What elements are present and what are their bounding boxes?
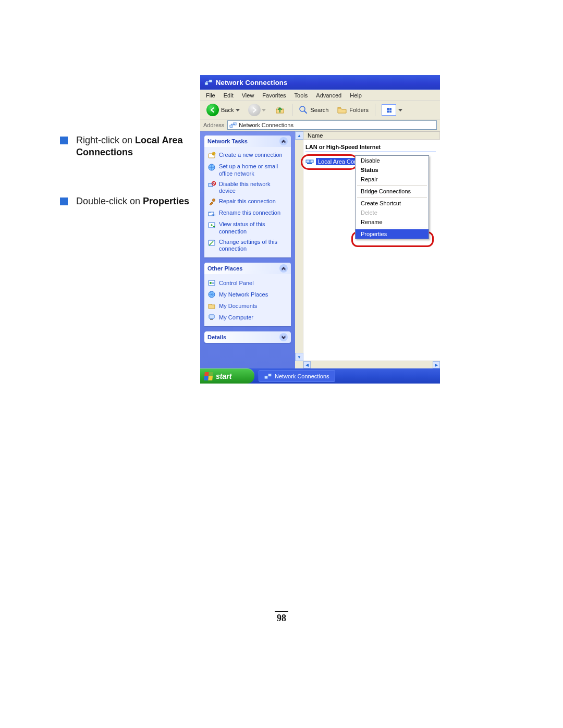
instruction-text: Right-click on Local Area Connections: [76, 134, 195, 159]
place-network-places[interactable]: My Network Places: [207, 289, 288, 300]
svg-rect-20: [212, 282, 214, 282]
control-panel-icon: [207, 279, 216, 287]
start-label: start: [216, 372, 231, 380]
task-label: Change settings of this connection: [219, 239, 288, 253]
menu-edit[interactable]: Edit: [222, 91, 235, 100]
ctx-delete: Delete: [356, 208, 429, 217]
ctx-separator: [357, 228, 427, 228]
task-repair-connection[interactable]: Repair this connection: [207, 196, 288, 208]
svg-rect-28: [265, 376, 267, 378]
scroll-left-icon[interactable]: ◀: [303, 361, 311, 368]
panel-other-places: Other Places Control Panel My Network Pl: [204, 263, 291, 326]
context-menu: Disable Status Repair Bridge Connections…: [355, 155, 429, 239]
ctx-label: Bridge Connections: [361, 188, 411, 194]
place-label: My Computer: [219, 314, 253, 320]
ctx-label: Properties: [361, 231, 387, 237]
new-connection-icon: ★: [207, 152, 216, 160]
menu-file[interactable]: File: [204, 91, 217, 100]
status-icon: [207, 221, 216, 229]
ctx-status[interactable]: Status: [356, 165, 429, 175]
titlebar[interactable]: Network Connections: [200, 75, 440, 90]
ctx-properties[interactable]: Properties: [356, 229, 429, 239]
up-button[interactable]: [271, 103, 289, 117]
place-label: Control Panel: [219, 280, 254, 286]
ctx-rename[interactable]: Rename: [356, 217, 429, 227]
panel-header[interactable]: Other Places: [204, 263, 291, 274]
instruction-list: Right-click on Local Area Connections Do…: [60, 134, 195, 244]
task-rename-connection[interactable]: ab| Rename this connection: [207, 208, 288, 219]
forward-button[interactable]: [245, 103, 269, 117]
scroll-right-icon[interactable]: ▶: [433, 361, 440, 368]
svg-text:ab|: ab|: [212, 213, 215, 216]
place-control-panel[interactable]: Control Panel: [207, 277, 288, 289]
dropdown-icon: [236, 109, 240, 112]
settings-icon: [207, 239, 216, 247]
task-change-settings[interactable]: Change settings of this connection: [207, 237, 288, 255]
task-view-status[interactable]: View status of this connection: [207, 219, 288, 237]
task-setup-network[interactable]: Set up a home or small office network: [207, 162, 288, 179]
menu-view[interactable]: View: [240, 91, 256, 100]
menubar: File Edit View Favorites Tools Advanced …: [200, 90, 440, 101]
disable-icon: [207, 181, 216, 189]
network-icon: [204, 78, 213, 87]
ctx-disable[interactable]: Disable: [356, 156, 429, 165]
menu-help[interactable]: Help: [348, 91, 363, 100]
place-my-computer[interactable]: My Computer: [207, 312, 288, 323]
panel-header[interactable]: Network Tasks: [204, 135, 291, 147]
svg-rect-29: [268, 374, 271, 376]
panel-body: Control Panel My Network Places My Docum…: [204, 274, 291, 326]
scroll-down-icon[interactable]: ▼: [295, 353, 303, 361]
task-label: View status of this connection: [219, 221, 288, 236]
address-value: Network Connections: [239, 122, 293, 128]
panel-network-tasks: Network Tasks ★ Create a new connection …: [204, 135, 291, 257]
footer-rule: [275, 611, 288, 612]
scroll-up-icon[interactable]: ▲: [295, 131, 303, 140]
taskbar: start Network Connections: [200, 368, 440, 384]
start-button[interactable]: start: [200, 368, 254, 384]
folders-icon: [337, 105, 347, 115]
column-header-name[interactable]: Name: [303, 131, 440, 140]
instruction-item: Double-click on Properties: [60, 195, 195, 207]
address-field[interactable]: Network Connections: [227, 120, 437, 130]
menu-tools[interactable]: Tools: [293, 91, 310, 100]
task-disable-device[interactable]: Disable this network device: [207, 179, 288, 197]
panel-body: ★ Create a new connection Set up a home …: [204, 147, 291, 257]
back-button[interactable]: Back: [203, 103, 243, 117]
column-label: Name: [308, 132, 323, 139]
place-label: My Documents: [219, 303, 257, 309]
svg-rect-3: [230, 125, 232, 127]
connection-item[interactable]: Local Area Con: [305, 157, 359, 166]
dropdown-icon: [398, 109, 402, 112]
instruction-pre: Double-click on: [76, 196, 143, 206]
chevron-down-icon: [279, 333, 288, 341]
svg-rect-21: [212, 283, 214, 284]
address-label: Address: [203, 122, 224, 128]
windows-logo-icon: [204, 372, 213, 380]
network-icon: [264, 373, 272, 380]
menu-advanced[interactable]: Advanced: [314, 91, 343, 100]
svg-rect-24: [210, 319, 213, 320]
panel-header[interactable]: Details: [204, 331, 291, 343]
views-button[interactable]: [378, 103, 406, 117]
taskbar-app[interactable]: Network Connections: [259, 370, 335, 382]
search-button[interactable]: Search: [296, 104, 332, 116]
chevron-up-icon: [279, 264, 288, 273]
ctx-create-shortcut[interactable]: Create Shortcut: [356, 199, 429, 208]
vertical-scrollbar[interactable]: ▲ ▼: [295, 131, 303, 368]
ctx-repair[interactable]: Repair: [356, 175, 429, 184]
network-places-icon: [207, 290, 216, 299]
task-create-connection[interactable]: ★ Create a new connection: [207, 150, 288, 162]
svg-rect-23: [209, 315, 214, 318]
window-content: Network Tasks ★ Create a new connection …: [200, 131, 440, 368]
place-label: My Network Places: [219, 291, 268, 298]
instruction-item: Right-click on Local Area Connections: [60, 134, 195, 159]
place-my-documents[interactable]: My Documents: [207, 300, 288, 312]
panel-details: Details: [204, 331, 291, 343]
folders-button[interactable]: Folders: [334, 104, 372, 116]
panel-title: Other Places: [207, 265, 242, 272]
horizontal-scrollbar[interactable]: ◀ ▶: [303, 361, 440, 368]
ctx-bridge[interactable]: Bridge Connections: [356, 187, 429, 196]
page-number: 98: [0, 613, 563, 624]
menu-favorites[interactable]: Favorites: [261, 91, 287, 100]
panel-title: Network Tasks: [207, 138, 248, 144]
